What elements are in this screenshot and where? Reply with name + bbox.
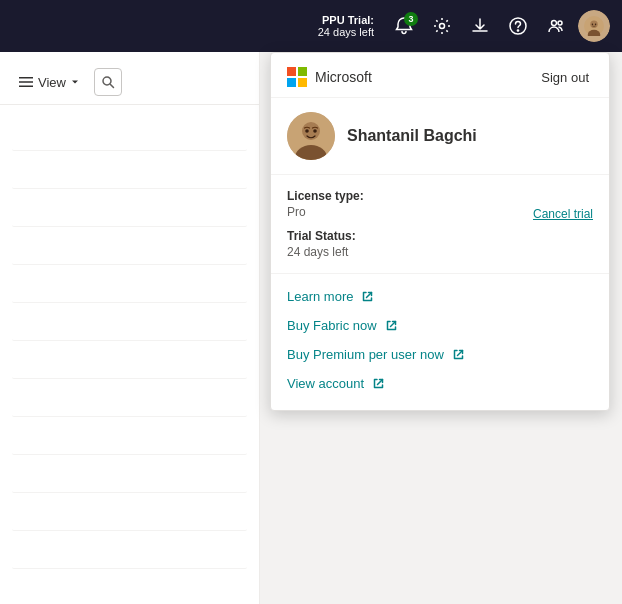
help-icon — [508, 16, 528, 36]
account-dropdown-panel: Microsoft Sign out Shantanil Bagchi Lice… — [270, 52, 610, 411]
ms-logo-red — [287, 67, 296, 76]
ms-logo-grid — [287, 67, 307, 87]
chevron-down-icon — [70, 77, 80, 87]
svg-rect-12 — [19, 86, 33, 88]
ppu-trial-info: PPU Trial: 24 days left — [318, 14, 374, 38]
svg-point-18 — [313, 129, 317, 133]
svg-point-3 — [552, 21, 557, 26]
content-row — [12, 419, 247, 455]
microsoft-brand-label: Microsoft — [315, 69, 372, 85]
content-row — [12, 533, 247, 569]
svg-point-0 — [440, 24, 445, 29]
profile-section: Shantanil Bagchi — [271, 98, 609, 175]
content-row — [12, 153, 247, 189]
content-row — [12, 115, 247, 151]
profile-avatar — [287, 112, 335, 160]
profile-name: Shantanil Bagchi — [347, 127, 477, 145]
search-button[interactable] — [94, 68, 122, 96]
svg-point-17 — [305, 129, 309, 133]
svg-rect-11 — [19, 81, 33, 83]
external-link-svg-3 — [452, 348, 465, 361]
download-button[interactable] — [464, 10, 496, 42]
learn-more-link[interactable]: Learn more — [287, 282, 593, 311]
learn-more-label: Learn more — [287, 289, 353, 304]
hamburger-icon — [18, 74, 34, 90]
info-section: License type: Pro Trial Status: 24 days … — [271, 175, 609, 274]
sidebar-area: View — [0, 52, 260, 604]
content-row — [12, 191, 247, 227]
content-row — [12, 305, 247, 341]
notifications-button[interactable]: 3 — [388, 10, 420, 42]
content-row — [12, 343, 247, 379]
search-icon — [101, 75, 115, 89]
avatar — [578, 10, 610, 42]
people-icon — [546, 16, 566, 36]
external-link-icon-4 — [372, 377, 385, 390]
ms-logo-yellow — [298, 78, 307, 87]
trial-status-value: 24 days left — [287, 245, 364, 259]
view-account-link[interactable]: View account — [287, 369, 593, 398]
buy-fabric-link[interactable]: Buy Fabric now — [287, 311, 593, 340]
content-row — [12, 495, 247, 531]
cancel-trial-button[interactable]: Cancel trial — [533, 207, 593, 221]
external-link-icon-3 — [452, 348, 465, 361]
ms-logo-green — [298, 67, 307, 76]
avatar-image — [584, 16, 604, 36]
external-link-icon — [361, 290, 374, 303]
people-button[interactable] — [540, 10, 572, 42]
external-link-svg-4 — [372, 377, 385, 390]
content-row — [12, 381, 247, 417]
external-link-svg-2 — [385, 319, 398, 332]
external-link-icon-2 — [385, 319, 398, 332]
buy-fabric-label: Buy Fabric now — [287, 318, 377, 333]
links-section: Learn more Buy Fabric now Buy Premium — [271, 274, 609, 410]
content-row — [12, 229, 247, 265]
buy-premium-link[interactable]: Buy Premium per user now — [287, 340, 593, 369]
hamburger-view-button[interactable]: View — [12, 70, 86, 94]
help-button[interactable] — [502, 10, 534, 42]
content-row — [12, 457, 247, 493]
trial-status-label: Trial Status: — [287, 229, 364, 243]
svg-point-8 — [592, 23, 594, 25]
ppu-trial-days: 24 days left — [318, 26, 374, 38]
gear-icon — [432, 16, 452, 36]
notification-count-badge: 3 — [404, 12, 418, 26]
view-label: View — [38, 75, 66, 90]
ms-logo-blue — [287, 78, 296, 87]
license-type-value: Pro — [287, 205, 364, 219]
download-icon — [470, 16, 490, 36]
view-account-label: View account — [287, 376, 364, 391]
content-rows — [0, 105, 259, 579]
svg-point-2 — [517, 30, 518, 31]
external-link-svg — [361, 290, 374, 303]
toolbar-row: View — [0, 60, 259, 105]
svg-point-13 — [103, 77, 111, 85]
panel-header: Microsoft Sign out — [271, 53, 609, 98]
svg-rect-10 — [19, 77, 33, 79]
license-type-label: License type: — [287, 189, 364, 203]
user-avatar-button[interactable] — [578, 10, 610, 42]
microsoft-logo: Microsoft — [287, 67, 372, 87]
buy-premium-label: Buy Premium per user now — [287, 347, 444, 362]
top-navigation-bar: PPU Trial: 24 days left 3 — [0, 0, 622, 52]
settings-button[interactable] — [426, 10, 458, 42]
profile-avatar-image — [287, 112, 335, 160]
info-left: License type: Pro Trial Status: 24 days … — [287, 189, 364, 259]
ppu-trial-label: PPU Trial: — [322, 14, 374, 26]
sign-out-button[interactable]: Sign out — [537, 68, 593, 87]
content-row — [12, 267, 247, 303]
svg-point-4 — [558, 21, 562, 25]
svg-point-9 — [595, 23, 597, 25]
